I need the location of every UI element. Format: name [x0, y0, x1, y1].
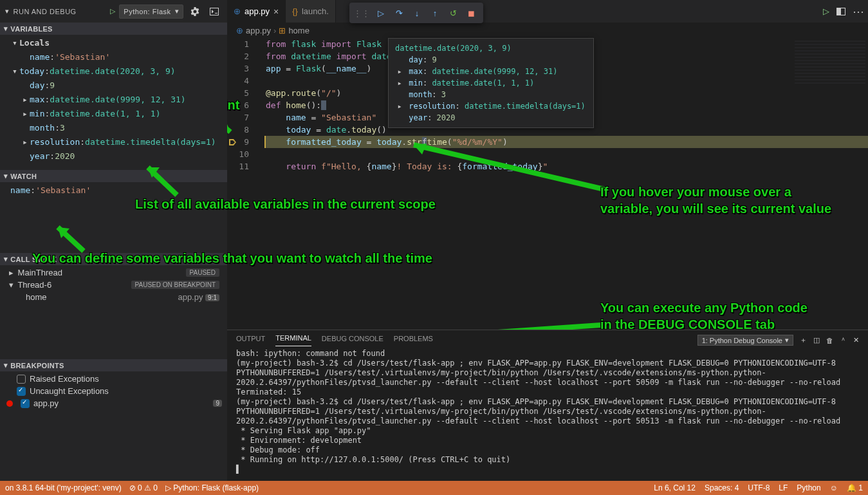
- continue-button[interactable]: ▷: [373, 5, 389, 21]
- editor-tabs: ⊕ app.py × {} launch. ⋮⋮ ▷ ↷ ↓ ↑ ↺ ◼ ▷: [227, 0, 868, 23]
- status-language[interactable]: Python: [797, 483, 820, 492]
- terminal-output[interactable]: bash: ipython: command not found (my-pro…: [227, 346, 868, 477]
- variable-row[interactable]: ▾Locals: [0, 36, 227, 50]
- hover-title: datetime.date(2020, 3, 9): [395, 42, 587, 54]
- python-icon: ⊕: [234, 6, 241, 16]
- drag-handle-icon[interactable]: ⋮⋮: [353, 8, 370, 18]
- variable-row[interactable]: ▸resolution: datetime.timedelta(days=1): [0, 135, 227, 149]
- bottom-panel: OUTPUT TERMINAL DEBUG CONSOLE PROBLEMS 1…: [227, 330, 868, 481]
- status-bell-icon[interactable]: 🔔 1: [847, 483, 863, 492]
- breakpoint-checkbox[interactable]: [17, 375, 26, 384]
- terminal-selector[interactable]: 1: Python Debug Console ▾: [697, 335, 793, 346]
- breakpoint-row[interactable]: Uncaught Exceptions: [0, 385, 227, 397]
- annotation-hover: If you hover your mouse over a variable,…: [600, 183, 832, 217]
- code-line[interactable]: formatted_today = today.strftime("%d/%m/…: [264, 136, 868, 148]
- close-panel-icon[interactable]: ✕: [853, 336, 859, 344]
- step-out-button[interactable]: ↑: [427, 5, 443, 21]
- debug-sidebar: ▾ VARIABLES ▾Localsname: 'Sebastian'▾tod…: [0, 23, 227, 481]
- panel-tab-terminal[interactable]: TERMINAL: [275, 334, 311, 346]
- step-into-button[interactable]: ↓: [409, 5, 425, 21]
- code-line[interactable]: [266, 148, 868, 160]
- hover-variable-row: ▸ resolution: datetime.timedelta(days=1): [395, 100, 587, 112]
- breakpoint-checkbox[interactable]: [17, 387, 26, 396]
- close-icon[interactable]: ×: [273, 7, 279, 16]
- gear-icon[interactable]: [187, 4, 203, 19]
- variable-row[interactable]: ▸min: datetime.date(1, 1, 1): [0, 107, 227, 121]
- panel-tab-debug-console[interactable]: DEBUG CONSOLE: [322, 335, 383, 346]
- json-icon: {}: [292, 6, 298, 16]
- symbol-icon: ⊞: [279, 26, 286, 35]
- callstack-section-header[interactable]: ▾ CALL STACK: [0, 253, 227, 265]
- debug-config-select[interactable]: Python: Flask ▾: [119, 5, 183, 19]
- annotation-console: You can execute any Python code in the D…: [600, 299, 819, 330]
- callstack-row[interactable]: homeapp.py 9:1: [0, 291, 227, 303]
- minimap[interactable]: [795, 41, 865, 86]
- variables-section-header[interactable]: ▾ VARIABLES: [0, 23, 227, 35]
- run-button[interactable]: ▷: [823, 6, 829, 16]
- stop-button[interactable]: ◼: [463, 5, 479, 21]
- breakpoint-row[interactable]: app.py9: [0, 397, 227, 409]
- status-problems[interactable]: ⊘ 0 ⚠ 0: [129, 483, 158, 492]
- status-cursor[interactable]: Ln 6, Col 12: [654, 483, 696, 492]
- new-terminal-icon[interactable]: ＋: [800, 335, 807, 345]
- status-spaces[interactable]: Spaces: 4: [705, 483, 739, 492]
- variable-row[interactable]: day: 9: [0, 79, 227, 93]
- status-interpreter[interactable]: on 3.8.1 64-bit ('my-project': venv): [5, 483, 122, 492]
- hover-variable-row: day: 9: [395, 54, 587, 66]
- status-eol[interactable]: LF: [779, 483, 788, 492]
- variable-row[interactable]: year: 2020: [0, 149, 227, 163]
- more-icon[interactable]: ⋯: [853, 5, 864, 19]
- status-debug-target[interactable]: ▷ Python: Flask (flask-app): [165, 483, 259, 492]
- hover-variable-row: ▸ max: datetime.date(9999, 12, 31): [395, 66, 587, 77]
- step-over-button[interactable]: ↷: [391, 5, 407, 21]
- variable-row[interactable]: ▸max: datetime.date(9999, 12, 31): [0, 93, 227, 107]
- split-terminal-icon[interactable]: ◫: [813, 336, 820, 344]
- panel-tab-output[interactable]: OUTPUT: [236, 335, 265, 346]
- status-bar: on 3.8.1 64-bit ('my-project': venv) ⊘ 0…: [0, 481, 868, 495]
- breadcrumb[interactable]: ⊕ app.py › ⊞ home: [227, 23, 868, 38]
- variable-row[interactable]: month: 3: [0, 121, 227, 135]
- run-debug-title: RUN AND DEBUG: [14, 8, 77, 15]
- tab-launch-json[interactable]: {} launch.: [286, 0, 336, 23]
- breakpoint-current-icon: [228, 138, 236, 146]
- restart-button[interactable]: ↺: [445, 5, 461, 21]
- panel-tab-problems[interactable]: PROBLEMS: [394, 335, 433, 346]
- debug-hover-popup: datetime.date(2020, 3, 9) day: 9▸ max: d…: [388, 38, 594, 128]
- python-icon: ⊕: [236, 26, 243, 35]
- hover-variable-row: year: 2020: [395, 112, 587, 124]
- breakpoint-checkbox[interactable]: [21, 399, 30, 408]
- callstack-row[interactable]: ▸ MainThreadPAUSED: [0, 266, 227, 279]
- run-and-debug-header: ▾ RUN AND DEBUG ▷ Python: Flask ▾: [0, 0, 227, 23]
- start-debug-button[interactable]: ▷: [110, 7, 116, 15]
- code-line[interactable]: return f"Hello, {name}! Today is: {forma…: [266, 160, 868, 173]
- split-editor-icon[interactable]: [833, 4, 849, 19]
- kill-terminal-icon[interactable]: 🗑: [826, 337, 833, 344]
- hover-variable-row: ▸ min: datetime.date(1, 1, 1): [395, 77, 587, 89]
- hover-variable-row: month: 3: [395, 89, 587, 100]
- watch-row[interactable]: name: 'Sebastian': [0, 183, 227, 198]
- maximize-panel-icon[interactable]: ＾: [840, 335, 847, 345]
- tab-app-py[interactable]: ⊕ app.py ×: [227, 0, 286, 23]
- debug-console-icon[interactable]: [207, 4, 222, 19]
- breakpoint-row[interactable]: Raised Exceptions: [0, 373, 227, 385]
- watch-section-header[interactable]: ▾ WATCH: [0, 170, 227, 182]
- editor-pane[interactable]: ⊕ app.py › ⊞ home 1234567891011 from fla…: [227, 23, 868, 330]
- breakpoints-section-header[interactable]: ▾ BREAKPOINTS: [0, 359, 227, 371]
- status-feedback-icon[interactable]: ☺: [830, 483, 838, 492]
- variable-row[interactable]: ▾today: datetime.date(2020, 3, 9): [0, 64, 227, 79]
- callstack-row[interactable]: ▾ Thread-6PAUSED ON BREAKPOINT: [0, 279, 227, 291]
- debug-toolbar[interactable]: ⋮⋮ ▷ ↷ ↓ ↑ ↺ ◼: [349, 3, 483, 23]
- variable-row[interactable]: name: 'Sebastian': [0, 50, 227, 64]
- status-encoding[interactable]: UTF-8: [748, 483, 770, 492]
- breakpoint-dot-icon: [6, 400, 13, 407]
